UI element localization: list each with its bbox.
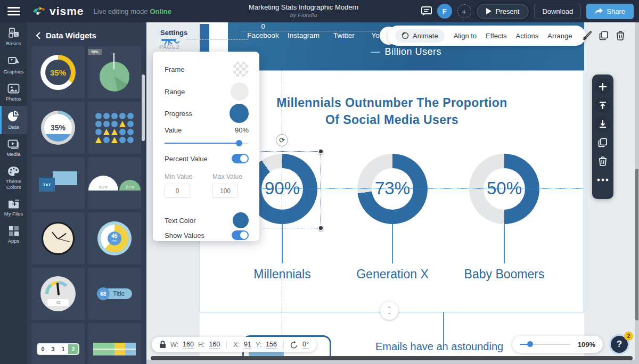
guide-dash-line [186,39,248,40]
bring-forward-button[interactable] [595,97,611,113]
pie-flag-thumb: 35% [100,62,129,92]
more-options-button[interactable] [595,172,611,188]
text-color-swatch[interactable] [233,212,249,228]
section-resize-handle[interactable]: ⌃⌄ [380,302,398,320]
widget-half-donuts[interactable]: 63% 27% [88,157,141,209]
actions-button[interactable]: Actions [516,32,539,40]
widget-dot-matrix[interactable] [88,102,141,154]
widget-liquid-circle[interactable]: 35% [31,102,85,154]
widget-donut-progress[interactable]: 35% [31,46,85,98]
category-instagram: Instagram [283,31,324,39]
frame-swatch[interactable] [233,61,249,77]
value-slider-knob[interactable] [236,140,242,146]
liquid-35-thumb: 35% [41,111,75,145]
basics-icon: AC [8,27,20,39]
arrange-button[interactable]: Arrange [547,32,572,40]
timer-thumb: 45min [97,221,132,255]
horizontal-scrollbar-track[interactable] [146,360,639,364]
vertical-scrollbar-thumb[interactable] [635,169,638,320]
value-slider[interactable] [165,140,249,146]
media-icon [7,139,20,150]
percent-value-toggle[interactable] [232,154,249,163]
widget-text-bar[interactable]: TXT [31,157,85,209]
sidebar-item-media[interactable]: Media [0,134,27,161]
widget-timer[interactable]: 45min [88,212,141,264]
sidebar-item-theme-colors[interactable]: Theme Colors [0,161,27,194]
add-button[interactable] [595,79,611,95]
x-field[interactable]: 91 [244,341,251,349]
document-title[interactable]: Marketing Stats Infographic Modern [213,3,394,11]
context-toolbar: Animate Align to Effects Actions Arrange [388,26,586,46]
user-avatar[interactable]: F [437,4,452,19]
widget-counter[interactable]: 0312 [31,323,85,364]
sidebar-item-my-files[interactable]: My Files [0,194,27,221]
delete-element-button[interactable] [595,153,611,169]
label-generation-x[interactable]: Generation X [334,267,451,282]
rotation-field[interactable]: 0° [302,341,309,349]
download-button[interactable]: Download [534,4,581,19]
label-millennials[interactable]: Millennials [224,267,341,282]
duplicate-icon[interactable] [599,31,609,40]
send-backward-button[interactable] [595,116,611,132]
show-values-toggle[interactable] [232,230,249,240]
horizontal-scrollbar-thumb[interactable] [151,356,633,360]
trash-icon[interactable] [616,31,625,40]
sidebar-item-photos[interactable]: Photos [0,79,27,106]
widget-segment-bar[interactable] [88,323,141,364]
hamburger-menu-icon[interactable] [7,7,20,15]
width-field[interactable]: 160 [183,341,194,349]
sidebar-item-graphics[interactable]: Graphics [0,51,27,79]
page-label[interactable]: PAGE2 [159,44,179,50]
rotate-icon[interactable] [290,341,298,349]
zoom-slider-knob[interactable] [527,341,533,347]
widget-pie-flag[interactable]: 35% [88,46,141,98]
comments-icon[interactable] [421,6,432,16]
range-label: Range [165,88,185,96]
photos-icon [7,84,20,94]
share-icon [595,8,603,15]
topbar: visme Live editing modeOnline Marketing … [0,0,639,22]
animate-button[interactable]: Animate [395,29,445,43]
min-value-label: Min Value [165,173,192,180]
sidebar-item-data[interactable]: Data [0,106,27,134]
play-icon [486,8,491,14]
add-collaborator-button[interactable]: + [457,4,471,18]
panel-scrollbar[interactable] [142,75,145,141]
brush-icon[interactable] [582,31,592,40]
zoom-level: 109% [578,341,595,349]
effects-button[interactable]: Effects [486,32,507,40]
range-color-swatch[interactable] [231,82,249,101]
data-widgets-panel: Data Widgets 35% 35% 35% TXT [27,22,146,364]
donut-chart-generation-x[interactable]: 73% [357,154,428,224]
height-field[interactable]: 160 [209,341,220,349]
share-button[interactable]: Share [586,4,634,19]
sidebar-item-apps[interactable]: Apps [0,221,27,248]
zoom-slider[interactable] [520,344,570,345]
align-to-button[interactable]: Align to [454,32,477,40]
selection-handle-br[interactable] [318,225,324,231]
min-value-input[interactable]: 0 [165,184,190,198]
y-field[interactable]: 156 [266,341,277,349]
visme-logo[interactable]: visme [32,5,84,18]
present-button[interactable]: Present [477,4,529,19]
segment-bar-thumb [93,343,136,355]
duplicate-element-button[interactable] [595,135,611,151]
settings-tab[interactable]: Settings [153,27,195,39]
widget-gauge[interactable]: 45 [31,268,85,320]
text-bar-thumb: TXT [39,171,77,195]
back-chevron-icon[interactable] [36,32,40,39]
selection-handle-tr[interactable] [318,148,324,154]
widget-clock[interactable] [31,212,85,264]
max-value-input[interactable]: 100 [212,184,238,198]
rotate-handle[interactable]: ⟳ [276,134,288,146]
dot-matrix-thumb [95,113,134,143]
donut-chart-baby-boomers[interactable]: 50% [469,154,539,224]
caption-dash: — [371,46,381,57]
label-baby-boomers[interactable]: Baby Boomers [446,267,563,282]
billion-users-caption[interactable]: —Billion Users [371,46,441,57]
widget-number-badge[interactable]: 68Title [88,268,141,320]
lock-icon[interactable] [159,341,166,349]
document-author: by Fiorella [213,12,394,18]
sidebar-item-basics[interactable]: AC Basics [0,22,27,51]
progress-color-swatch[interactable] [230,104,249,123]
